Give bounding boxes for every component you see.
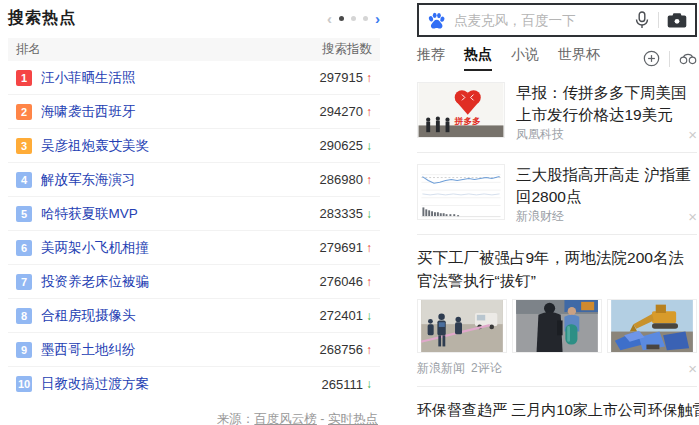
news-item: 三大股指高开高走 沪指重回2800点 新浪财经 × xyxy=(417,153,697,235)
hot-search-panel: 搜索热点 ‹ › 排名 搜索指数 1 汪小菲晒生活照 297915 2 海啸袭击… xyxy=(8,6,380,425)
table-row: 8 合租房现摄像头 272401 xyxy=(8,299,380,333)
trend-icon xyxy=(366,105,372,119)
news-thumbnail-pinduoduo[interactable]: 拼多多 xyxy=(417,82,505,138)
tab-novel[interactable]: 小说 xyxy=(511,46,539,71)
rank-badge: 1 xyxy=(16,70,32,86)
news-title[interactable]: 三大股指高开高走 沪指重回2800点 xyxy=(516,164,697,208)
col-index: 搜索指数 xyxy=(322,41,372,58)
hot-topic-link[interactable]: 投资养老床位被骗 xyxy=(41,273,320,291)
camera-icon[interactable] xyxy=(667,12,687,29)
rank-badge: 2 xyxy=(16,104,32,120)
hot-topic-link[interactable]: 解放军东海演习 xyxy=(41,171,320,189)
close-icon[interactable]: × xyxy=(688,361,697,376)
col-rank: 排名 xyxy=(16,41,41,58)
feed-panel: 推荐 热点 小说 世界杯 xyxy=(417,3,697,425)
trend-icon xyxy=(366,377,372,391)
table-row: 9 墨西哥土地纠纷 268756 xyxy=(8,333,380,367)
search-index-value: 279691 xyxy=(320,240,363,255)
chevron-right-icon[interactable]: › xyxy=(375,11,380,26)
tab-worldcup[interactable]: 世界杯 xyxy=(558,46,600,71)
search-index-value: 290625 xyxy=(320,138,363,153)
search-index-value: 272401 xyxy=(320,308,363,323)
chevron-left-icon[interactable]: ‹ xyxy=(327,11,332,26)
tab-recommend[interactable]: 推荐 xyxy=(417,46,445,71)
feed-tab-bar: 推荐 热点 小说 世界杯 xyxy=(417,46,697,71)
rank-badge: 3 xyxy=(16,138,32,154)
headphones-icon[interactable] xyxy=(679,51,697,66)
trend-icon xyxy=(366,71,372,85)
news-title[interactable]: 早报：传拼多多下周美国上市发行价格达19美元 xyxy=(516,82,697,126)
rank-badge: 9 xyxy=(16,342,32,358)
table-row: 4 解放军东海演习 286980 xyxy=(8,163,380,197)
news-thumbnail-excavator-demolition[interactable] xyxy=(607,299,697,353)
news-item: 环保督查趋严 三月内10家上市公司环保触雷 新浪财经 × xyxy=(417,387,697,425)
search-index-value: 283335 xyxy=(320,206,363,221)
table-row: 7 投资养老床位被骗 276046 xyxy=(8,265,380,299)
search-bar xyxy=(417,3,697,37)
divider xyxy=(658,12,659,28)
news-thumbnail-officer-cylinder[interactable] xyxy=(512,299,602,353)
panel-title: 搜索热点 xyxy=(8,8,76,29)
table-row: 6 美两架小飞机相撞 279691 xyxy=(8,231,380,265)
close-icon[interactable]: × xyxy=(688,127,697,142)
search-index-value: 276046 xyxy=(320,274,363,289)
add-channel-icon[interactable] xyxy=(643,50,660,67)
hot-topic-link[interactable]: 美两架小飞机相撞 xyxy=(41,239,320,257)
news-thumbnail-stock-chart[interactable] xyxy=(417,164,505,220)
pager-dot-1[interactable] xyxy=(339,16,344,21)
hot-topic-link[interactable]: 吴彦祖炮轰艾美奖 xyxy=(41,137,320,155)
news-thumbnail-police-scene[interactable] xyxy=(417,299,507,353)
pager: ‹ › xyxy=(327,11,380,26)
trend-icon xyxy=(366,309,372,323)
source-link-fengyunbang[interactable]: 百度风云榜 xyxy=(254,412,317,425)
table-header: 排名 搜索指数 xyxy=(8,38,380,61)
table-row: 2 海啸袭击西班牙 294270 xyxy=(8,95,380,129)
news-source: 凤凰科技 xyxy=(516,126,564,143)
microphone-icon[interactable] xyxy=(634,11,650,29)
close-icon[interactable]: × xyxy=(688,209,697,224)
source-label: 来源： xyxy=(217,412,255,425)
news-source: 新浪新闻 xyxy=(417,360,465,377)
divider xyxy=(669,51,670,67)
search-index-value: 286980 xyxy=(320,172,363,187)
rank-badge: 8 xyxy=(16,308,32,324)
rank-badge: 4 xyxy=(16,172,32,188)
trend-icon xyxy=(366,343,372,357)
hot-rows: 1 汪小菲晒生活照 297915 2 海啸袭击西班牙 294270 3 吴彦祖炮… xyxy=(8,61,380,401)
hot-topic-link[interactable]: 海啸袭击西班牙 xyxy=(41,103,320,121)
comment-count: 2评论 xyxy=(471,360,502,377)
search-index-value: 265111 xyxy=(322,377,363,392)
table-row: 1 汪小菲晒生活照 297915 xyxy=(8,61,380,95)
baidu-paw-logo-icon xyxy=(427,11,446,30)
news-item: 拼多多 早报：传拼多多下周美国上市发行价格达19美元 凤凰科技 × xyxy=(417,71,697,153)
source-link-realtime[interactable]: 实时热点 xyxy=(328,412,378,425)
source-footer: 来源：百度风云榜 - 实时热点 xyxy=(8,411,380,425)
trend-icon xyxy=(366,139,372,153)
news-title[interactable]: 买下工厂被强占9年，两地法院200名法官法警执行“拔钉” xyxy=(417,246,697,292)
rank-badge: 6 xyxy=(16,240,32,256)
svg-text:拼多多: 拼多多 xyxy=(454,116,481,126)
hot-topic-link[interactable]: 汪小菲晒生活照 xyxy=(41,69,320,87)
news-item: 买下工厂被强占9年，两地法院200名法官法警执行“拔钉” xyxy=(417,235,697,387)
source-dash: - xyxy=(320,412,324,425)
tab-hotspot[interactable]: 热点 xyxy=(464,46,492,71)
hot-topic-link[interactable]: 墨西哥土地纠纷 xyxy=(41,341,320,359)
hot-topic-link[interactable]: 合租房现摄像头 xyxy=(41,307,320,325)
rank-badge: 10 xyxy=(16,376,32,392)
table-row: 10 日教改搞过渡方案 265111 xyxy=(8,367,380,401)
search-input[interactable] xyxy=(454,13,634,28)
search-index-value: 294270 xyxy=(320,104,363,119)
hot-topic-link[interactable]: 日教改搞过渡方案 xyxy=(41,375,322,393)
pager-dot-2[interactable] xyxy=(351,16,356,21)
hot-topic-link[interactable]: 哈特获夏联MVP xyxy=(41,205,320,223)
trend-icon xyxy=(366,173,372,187)
table-row: 5 哈特获夏联MVP 283335 xyxy=(8,197,380,231)
news-source: 新浪财经 xyxy=(516,208,564,225)
trend-icon xyxy=(366,241,372,255)
search-index-value: 268756 xyxy=(320,342,363,357)
rank-badge: 7 xyxy=(16,274,32,290)
search-index-value: 297915 xyxy=(320,70,363,85)
pager-dot-3[interactable] xyxy=(363,16,368,21)
table-row: 3 吴彦祖炮轰艾美奖 290625 xyxy=(8,129,380,163)
news-title[interactable]: 环保督查趋严 三月内10家上市公司环保触雷 xyxy=(417,398,697,421)
